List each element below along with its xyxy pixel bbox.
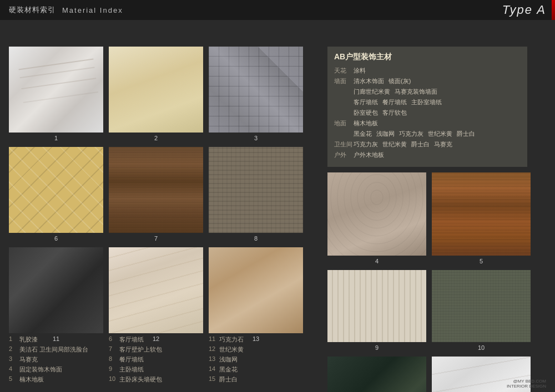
- legend-num-2: 2: [9, 345, 17, 354]
- info-row-dimian: 地面 楠木地板: [334, 119, 521, 128]
- right-item-9: 9: [327, 270, 426, 351]
- material-thumb-2: [109, 47, 203, 133]
- legend-num-11: 11: [209, 335, 216, 344]
- legend-col-1: 1 乳胶漆 2 美洁石 卫生间局部洗脸台 3 马赛克 4 固定装饰木饰面 5: [9, 335, 109, 384]
- material-label-1: 1: [54, 135, 58, 141]
- legend-item-8: 8 餐厅墙纸: [109, 355, 209, 364]
- info-row-qiangmian2: 门廊世纪米黄 马赛克装饰墙面: [334, 88, 521, 96]
- material-thumb-12: [109, 247, 203, 333]
- material-thumb-8: [209, 147, 303, 233]
- material-thumb-1: [9, 47, 103, 133]
- info-val-qm9: 客厅软包: [382, 109, 407, 117]
- legend-text-1: 乳胶漆: [19, 335, 38, 344]
- material-thumb-3: [209, 47, 303, 133]
- legend-text-13: 浅咖网: [219, 355, 238, 364]
- legend-num-3: 3: [9, 355, 17, 364]
- legend-num-12: 12: [209, 345, 216, 354]
- material-row-1: 1 2 3: [9, 47, 322, 141]
- legend-item-7: 7 客厅壁炉上软包: [109, 345, 209, 354]
- material-item-13: 13: [209, 247, 303, 342]
- info-row-qiangmian: 墙面 清水木饰面 镜面(灰): [334, 77, 521, 85]
- material-item-1: 1: [9, 47, 103, 141]
- legend-item-15: 15 爵士白: [209, 375, 309, 384]
- right-thumb-4: [327, 172, 426, 256]
- right-thumb-14: [327, 357, 426, 392]
- right-thumb-5: [432, 172, 531, 256]
- material-item-2: 2: [109, 47, 203, 141]
- material-item-11: 11: [9, 247, 103, 342]
- legend-text-4: 固定装饰木饰面: [19, 365, 62, 374]
- legend-text-14: 黑金花: [219, 365, 238, 374]
- material-item-12: 12: [109, 247, 203, 342]
- info-title: AB户型装饰主材: [334, 52, 521, 62]
- right-label-4: 4: [375, 258, 379, 264]
- right-section: AB户型装饰主材 天花 涂料 墙面 清水木饰面 镜面(灰) 门廊世纪米黄 马赛克…: [327, 47, 547, 392]
- info-val-wsj1: 巧克力灰: [354, 140, 378, 149]
- legend-text-3: 马赛克: [19, 355, 38, 364]
- material-label-8: 8: [254, 235, 258, 242]
- info-val-dm2: 黑金花: [354, 130, 372, 138]
- header-accent: [552, 0, 555, 20]
- left-material-section: 1 2 3 6 7 8: [9, 47, 322, 348]
- info-val-qm7: 主卧室墙纸: [411, 98, 442, 106]
- legend-text-5: 楠木地板: [19, 375, 44, 384]
- legend-col-3: 11 巧克力石 12 世纪米黄 13 浅咖网 14 黑金花 15 爵士白: [209, 335, 309, 384]
- info-key-tianhua: 天花: [334, 67, 354, 75]
- legend-item-13: 13 浅咖网: [209, 355, 309, 364]
- right-thumb-9: [327, 270, 426, 342]
- info-values-qiangmian: 清水木饰面 镜面(灰): [354, 77, 411, 85]
- legend-num-8: 8: [109, 355, 117, 364]
- legend-item-5: 5 楠木地板: [9, 375, 109, 384]
- material-row-2: 6 7 8: [9, 147, 322, 242]
- info-val-dm1: 楠木地板: [354, 119, 378, 128]
- info-val-dm6: 爵士白: [457, 130, 475, 138]
- legend-item-6: 6 客厅墙纸: [109, 335, 209, 344]
- material-label-3: 3: [254, 135, 258, 141]
- legend-num-6: 6: [109, 335, 117, 344]
- right-row-2: 9 10: [327, 270, 547, 351]
- material-item-8: 8: [209, 147, 303, 242]
- legend-item-3: 3 马赛克: [9, 355, 109, 364]
- info-row-wsj: 卫生间 巧克力灰 世纪米黄 爵士白 马赛克: [334, 140, 521, 149]
- legend: 1 乳胶漆 2 美洁石 卫生间局部洗脸台 3 马赛克 4 固定装饰木饰面 5: [9, 335, 309, 385]
- info-values-qm3: 客厅墙纸 餐厅墙纸 主卧室墙纸: [354, 98, 442, 106]
- info-key-huwai: 户外: [334, 151, 354, 159]
- info-val-qm8: 卧室硬包: [354, 109, 378, 117]
- info-val-qm1: 清水木饰面: [354, 77, 384, 85]
- legend-text-15: 爵士白: [219, 375, 238, 384]
- info-val-qm2: 镜面(灰): [389, 77, 411, 85]
- legend-num-1: 1: [9, 335, 17, 344]
- info-row-dimian2: 黑金花 浅咖网 巧克力灰 世纪米黄 爵士白: [334, 130, 521, 138]
- legend-num-9: 9: [109, 365, 117, 374]
- right-item-5: 5: [432, 172, 531, 264]
- legend-item-1: 1 乳胶漆: [9, 335, 109, 344]
- right-label-5: 5: [480, 258, 483, 264]
- main-content: 1 2 3 6 7 8: [0, 20, 555, 392]
- legend-text-7: 客厅壁炉上软包: [119, 345, 162, 354]
- info-values-wsj: 巧克力灰 世纪米黄 爵士白 马赛克: [354, 140, 452, 149]
- info-val-dm4: 巧克力灰: [399, 130, 423, 138]
- material-thumb-11: [9, 247, 103, 333]
- info-val-dm3: 浅咖网: [376, 130, 395, 138]
- info-val-tianhua-1: 涂料: [354, 67, 366, 75]
- legend-num-7: 7: [109, 345, 117, 354]
- info-val-qm5: 客厅墙纸: [354, 98, 378, 106]
- right-item-14: 14: [327, 357, 426, 392]
- info-values-tianhua: 涂料: [354, 67, 366, 75]
- legend-col-2: 6 客厅墙纸 7 客厅壁炉上软包 8 餐厅墙纸 9 主卧墙纸 10 主卧床头: [109, 335, 209, 384]
- legend-num-4: 4: [9, 365, 17, 374]
- info-row-tianhua: 天花 涂料: [334, 67, 521, 75]
- legend-row: 1 乳胶漆 2 美洁石 卫生间局部洗脸台 3 马赛克 4 固定装饰木饰面 5: [9, 335, 309, 384]
- legend-num-14: 14: [209, 365, 216, 374]
- legend-text-8: 餐厅墙纸: [119, 355, 144, 364]
- right-item-4: 4: [327, 172, 426, 264]
- legend-num-5: 5: [9, 375, 17, 384]
- watermark: @MY BED.COM INTERIOR DESIGN: [507, 379, 546, 389]
- legend-num-10: 10: [109, 375, 117, 384]
- legend-item-10: 10 主卧床头墙硬包: [109, 375, 209, 384]
- info-val-wsj2: 世纪米黄: [382, 140, 407, 149]
- info-values-dimian: 楠木地板: [354, 119, 378, 128]
- info-key-dimian: 地面: [334, 119, 354, 128]
- legend-text-2: 美洁石 卫生间局部洗脸台: [19, 345, 88, 354]
- info-val-qm6: 餐厅墙纸: [382, 98, 407, 106]
